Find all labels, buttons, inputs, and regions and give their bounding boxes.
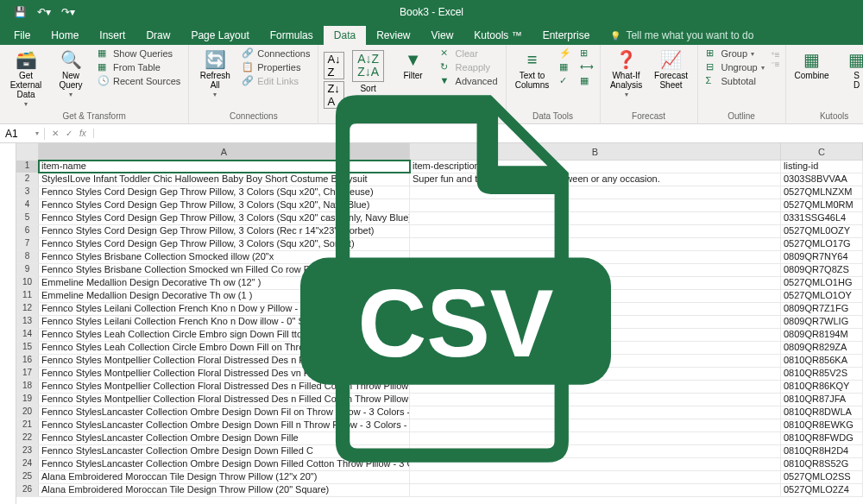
table-row[interactable]: 17 Fennco Styles Montpellier Collection … [16,368,863,381]
table-row[interactable]: 6 Fennco Styles Cord Design Gep Throw Pi… [16,225,863,238]
properties-button[interactable]: 📋Properties [239,60,312,74]
table-row[interactable]: 24 Fennco StylesLancaster Collection Omb… [16,458,863,471]
cell[interactable]: Fennco StylesLancaster Collection Ombre … [39,458,410,470]
cell[interactable]: Fennco StylesLancaster Collection Ombre … [39,419,410,432]
row-header[interactable]: 12 [16,303,39,315]
cell[interactable]: item-name [39,161,410,173]
table-row[interactable]: 8 Fennco Styles Brisbane Collection Smoc… [16,251,863,264]
tab-insert[interactable]: Insert [89,26,135,45]
recent-sources-button[interactable]: 🕓Recent Sources [95,74,183,88]
refresh-all-button[interactable]: 🔄Refresh All [194,47,236,99]
cell[interactable]: 0527QMLO2Z4 [781,484,863,496]
cell[interactable]: item-description [410,161,781,173]
cell[interactable]: 0331SSG46L4 [781,212,863,224]
col-header-A[interactable]: A [39,143,410,160]
cell[interactable]: 0810QR8H2D4 [781,445,863,457]
redo-icon[interactable]: ↷▾ [61,6,75,18]
cell[interactable] [410,368,781,380]
cell[interactable]: Fennco Styles Cord Design Gep Throw Pill… [39,186,410,198]
table-row[interactable]: 22 Fennco StylesLancaster Collection Omb… [16,432,863,445]
sort-za-button[interactable]: Z↓A [324,81,343,109]
filter-button[interactable]: ▼Filter [393,47,434,80]
manage-data-model-button[interactable]: ▦ [577,74,595,88]
cell[interactable]: 0810QR8EWKG [781,419,863,432]
cell[interactable]: StylesILove Infant Toddler Chic Hallowee… [39,173,410,186]
cell[interactable]: 0809QR8194M [781,329,863,341]
row-header[interactable]: 25 [16,471,39,483]
get-external-data-button[interactable]: 🗃️Get External Data [5,47,47,109]
cell[interactable] [410,406,781,419]
insert-function-icon[interactable]: fx [79,129,86,138]
row-header[interactable]: 23 [16,445,39,457]
row-header[interactable]: 1 [16,161,39,173]
cell[interactable]: Emmeline Medallion Design Decorative Th … [39,290,410,302]
cell[interactable]: Fennco Styles Montpellier Collection Flo… [39,394,410,406]
tab-kutools[interactable]: Kutools ™ [463,26,532,45]
cell[interactable] [410,432,781,444]
row-header[interactable]: 16 [16,355,39,367]
cell[interactable]: Fennco Styles Leah Collection Circle Emb… [39,329,410,341]
cell[interactable]: Fennco Styles Leilani Collection French … [39,303,410,315]
table-row[interactable]: 12 Fennco Styles Leilani Collection Fren… [16,303,863,316]
save-icon[interactable]: 💾 [14,6,27,18]
show-detail-button[interactable]: ⁺≡ [771,50,780,60]
forecast-sheet-button[interactable]: 📈Forecast Sheet [651,47,692,90]
row-header[interactable]: 3 [16,186,39,198]
cell[interactable] [410,484,781,496]
cell[interactable]: 0809QR7Z1FG [781,303,863,315]
cell[interactable] [410,290,781,302]
tab-data[interactable]: Data [324,26,366,45]
row-header[interactable]: 11 [16,290,39,302]
cell[interactable]: Alana Embroidered Moroccan Tile Design T… [39,484,410,496]
tab-draw[interactable]: Draw [135,26,180,45]
cell[interactable]: Fennco Styles Leah Collection Circle Emb… [39,342,410,354]
row-header[interactable]: 21 [16,419,39,432]
cell[interactable]: 0809QR7WLIG [781,316,863,328]
cell[interactable]: 0809QR7NY64 [781,251,863,263]
cell[interactable]: Fennco Styles Cord Design Gep Throw Pill… [39,199,410,211]
cell[interactable]: 0810QR86KQY [781,381,863,393]
cell[interactable]: 0810QR8S52G [781,458,863,470]
cell[interactable] [410,264,781,276]
tab-page-layout[interactable]: Page Layout [180,26,259,45]
advanced-button[interactable]: ▼Advanced [438,74,501,88]
kutools-extra-button[interactable]: ▦SD [836,47,863,90]
worksheet-grid[interactable]: A B C 1 item-name item-description listi… [0,143,863,504]
sort-button[interactable]: A↓ZZ↓ASort [348,47,389,93]
table-row[interactable]: 19 Fennco Styles Montpellier Collection … [16,394,863,406]
cancel-formula-icon[interactable]: ✕ [52,129,59,138]
cell[interactable]: 0809QR7Q8ZS [781,264,863,276]
clear-button[interactable]: ⨯Clear [438,47,501,60]
col-header-C[interactable]: C [781,143,863,160]
tell-me-search[interactable]: Tell me what you want to do [600,26,764,45]
cell[interactable]: listing-id [781,161,863,173]
cell[interactable]: 0810QR85V2S [781,368,863,380]
cell[interactable] [410,381,781,393]
connections-button[interactable]: 🔗Connections [239,47,312,60]
table-row[interactable]: 3 Fennco Styles Cord Design Gep Throw Pi… [16,186,863,199]
table-row[interactable]: 11 Emmeline Medallion Design Decorative … [16,290,863,303]
hide-detail-button[interactable]: ⁻≡ [771,60,780,69]
table-row[interactable]: 9 Fennco Styles Brisbane Collection Smoc… [16,264,863,277]
cell[interactable] [410,419,781,432]
cell[interactable]: 0527QMLNZXM [781,186,863,198]
edit-links-button[interactable]: 🔗Edit Links [239,74,312,88]
cell[interactable] [410,186,781,198]
cell[interactable]: 0810QR8DWLA [781,406,863,419]
cell[interactable]: Super fun and tton costume for halloween… [410,173,781,186]
tab-enterprise[interactable]: Enterprise [532,26,601,45]
cell[interactable] [410,329,781,341]
cell[interactable]: Emmeline Medallion Design Decorative Th … [39,277,410,289]
tab-file[interactable]: File [3,26,41,45]
cell[interactable]: Fennco Styles Montpellier Collection Flo… [39,381,410,393]
cell[interactable] [410,212,781,224]
cell[interactable]: 0527QMLO2SS [781,471,863,483]
table-row[interactable]: 2 StylesILove Infant Toddler Chic Hallow… [16,173,863,186]
row-header[interactable]: 20 [16,406,39,419]
cell[interactable] [410,342,781,354]
table-row[interactable]: 13 Fennco Styles Leilani Collection Fren… [16,316,863,329]
table-row[interactable]: 18 Fennco Styles Montpellier Collection … [16,381,863,394]
row-header[interactable]: 2 [16,173,39,186]
cell[interactable] [410,303,781,315]
cell[interactable] [410,316,781,328]
